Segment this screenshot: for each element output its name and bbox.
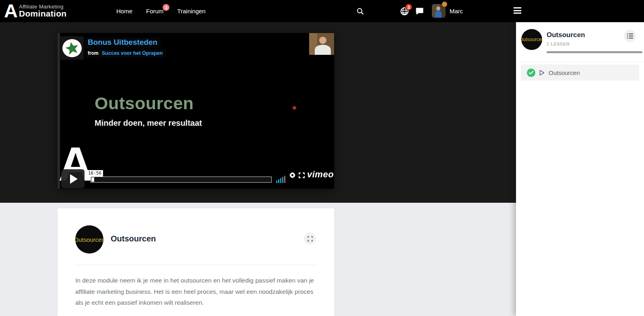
nav-item-forum-label: Forum: [146, 8, 163, 15]
module-avatar: Outsourcen: [75, 225, 103, 254]
check-icon: [529, 71, 533, 75]
channel-logo[interactable]: [60, 36, 84, 60]
nav-item-trainingen[interactable]: Trainingen: [177, 8, 205, 15]
video-channel-link[interactable]: Succes voor het Oprapen: [102, 50, 163, 56]
presenter-photo: [309, 33, 334, 55]
menu-icon: [514, 7, 521, 8]
page-body: Outsourcen Outsourcen In deze module nee…: [0, 203, 516, 316]
seek-progress: [91, 177, 94, 182]
top-header: A Affiliate Marketing Domination Home Fo…: [0, 0, 644, 22]
channel-logo-oval: [62, 39, 82, 57]
lesson-title: Outsourcen: [549, 69, 580, 76]
course-avatar-label: Outsourcen: [521, 37, 542, 42]
video-byline: from Succes voor het Oprapen: [85, 50, 166, 58]
search-button[interactable]: [357, 0, 364, 22]
lesson-page-title: Outsourcen: [111, 234, 156, 243]
notifications-button[interactable]: 3: [400, 0, 409, 22]
expand-icon: [308, 236, 313, 241]
menu-button[interactable]: [514, 7, 521, 15]
laser-pointer-dot: [293, 106, 296, 109]
site-logo[interactable]: A Affiliate Marketing Domination: [4, 1, 66, 21]
slide-subtitle: Minder doen, meer resultaat: [95, 118, 202, 128]
nav-item-home[interactable]: Home: [116, 8, 132, 15]
main-nav: Home Forum 3 Trainingen: [116, 0, 206, 22]
seek-bar[interactable]: [91, 177, 272, 183]
search-icon: [357, 8, 364, 15]
presenter-thumbnail: [309, 33, 334, 55]
user-name[interactable]: Marc: [450, 0, 463, 22]
lesson-count: 1 LESSEN: [547, 42, 570, 46]
green-star-icon: [65, 41, 79, 55]
volume-control[interactable]: [276, 171, 287, 183]
course-title[interactable]: Outsourcen: [547, 31, 585, 39]
header-right-cluster: 3 Marc: [354, 0, 475, 22]
settings-button[interactable]: [289, 172, 296, 180]
course-sidebar: Outsourcen Outsourcen 1 LESSEN Outsource…: [516, 22, 644, 316]
notifications-badge: 3: [405, 4, 412, 10]
course-avatar: Outsourcen: [521, 29, 542, 50]
expand-button[interactable]: [304, 233, 316, 245]
list-icon: [627, 33, 633, 39]
logo-text: Affiliate Marketing Domination: [19, 4, 67, 19]
fullscreen-icon: [299, 173, 305, 178]
lesson-list-button[interactable]: [624, 30, 636, 42]
logo-a-letter: A: [4, 1, 17, 21]
vimeo-logo[interactable]: vimeo: [307, 169, 334, 180]
slide-title: Outsourcen: [95, 94, 194, 113]
video-from-label: from: [88, 50, 99, 56]
vimeo-player[interactable]: Bonus Uitbesteden from Succes voor het O…: [58, 33, 334, 189]
lesson-list-item[interactable]: Outsourcen: [521, 64, 639, 81]
speech-bubble-icon: [415, 7, 424, 15]
messages-button[interactable]: [415, 0, 424, 22]
lesson-completed-badge: [527, 69, 535, 77]
video-title-link[interactable]: Bonus Uitbesteden: [85, 37, 161, 48]
play-button[interactable]: [61, 169, 85, 188]
lesson-play-icon: [539, 70, 545, 76]
course-progress-fill: [547, 51, 642, 53]
video-section: Bonus Uitbesteden from Succes voor het O…: [0, 22, 516, 203]
fullscreen-button[interactable]: [299, 173, 305, 180]
card-divider: [75, 265, 317, 265]
nav-item-forum[interactable]: Forum 3: [146, 8, 163, 15]
duration-tooltip: 16:56: [87, 170, 103, 177]
sidebar-divider: [516, 61, 644, 62]
forum-badge: 3: [163, 4, 169, 11]
course-progress-bar: [547, 51, 642, 53]
module-avatar-label: Outsourcen: [75, 236, 103, 243]
lesson-description: In deze module neem ik je mee in het out…: [75, 275, 318, 308]
lesson-content-card: Outsourcen Outsourcen In deze module nee…: [58, 208, 334, 316]
volume-bar: [276, 181, 277, 183]
play-icon: [70, 174, 78, 184]
gear-icon: [289, 172, 296, 179]
logo-line2: Domination: [19, 9, 67, 19]
avatar-status-dot: [442, 2, 447, 7]
